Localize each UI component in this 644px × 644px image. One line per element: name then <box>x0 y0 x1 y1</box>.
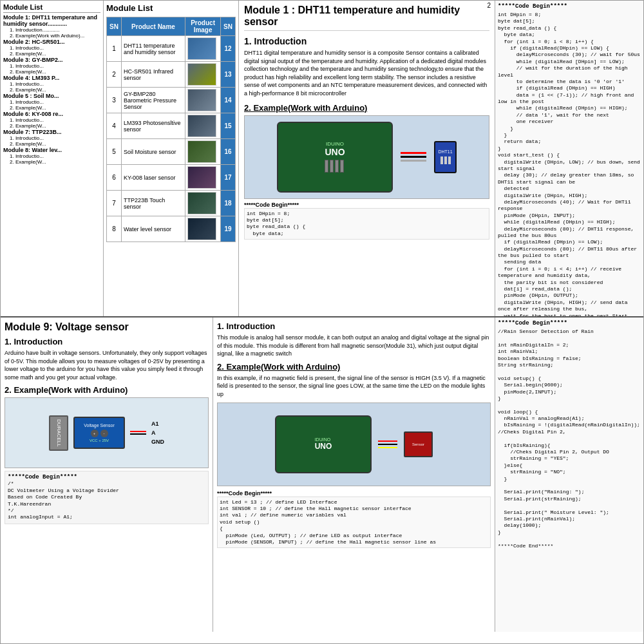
product-image-lm393 <box>187 115 216 137</box>
code-panel-content: int DHpin = 8; byte dat[5]; byte read_da… <box>498 12 641 316</box>
middle-intro-title: 1. Introduction <box>217 321 491 331</box>
code-panel-title: *****Code Begin***** <box>498 3 641 10</box>
row-product-name: KY-008 laser sensor <box>121 165 185 191</box>
hall-wires <box>378 440 397 448</box>
row-sn: 8 <box>107 216 122 242</box>
row-product-name: Water level sensor <box>121 216 185 242</box>
middle-example-title: 2. Example(Work with Arduino) <box>217 362 491 372</box>
hall-sensor-circuit-image: IDUINO UNO Sensor <box>217 402 491 486</box>
page-number: 2 <box>487 2 491 9</box>
sidebar-module-3: Module 3: GY-BMP2... 1. Introductio... 2… <box>3 57 100 75</box>
sidebar-module-2: Module 2: HC-SR501... 1. Introductio... … <box>3 39 100 57</box>
row-product-image <box>185 191 221 216</box>
main-content-top: 2 Module 1 : DHT11 temperature and humid… <box>239 1 495 316</box>
bottom-right-code: *****Code Begin***** //Rain Sensor Detec… <box>495 317 643 632</box>
row-product-name: TTP223B Touch sensor <box>121 191 185 216</box>
product-image-ttp <box>187 192 216 214</box>
row-product-image <box>185 139 221 165</box>
row-sn2: 13 <box>221 62 236 88</box>
sidebar-module-4: Module 4: LM393 P... 1. Introductio... 2… <box>3 75 100 93</box>
product-image-dht11 <box>187 37 216 60</box>
row-product-image <box>185 88 221 113</box>
bottom-code-title: *****Code Begin***** <box>8 474 205 480</box>
table-row: 1 DHT11 temperature and humidity sensor … <box>107 36 236 62</box>
row-sn: 3 <box>107 88 122 113</box>
bottom-right-code-title: *****Code Begin***** <box>498 320 641 327</box>
wire-gray <box>401 160 426 162</box>
intro-text: DHT11 digital temperature and humidity s… <box>244 49 489 98</box>
row-sn2: 18 <box>221 191 236 216</box>
voltage-labels: A1 A GND <box>151 421 164 445</box>
wire-connections <box>401 152 426 162</box>
bottom-right-code-content: //Rain Sensor Detection of Rain int nRai… <box>498 328 641 549</box>
row-sn2: 19 <box>221 216 236 242</box>
wire-black <box>401 156 426 158</box>
row-sn: 7 <box>107 191 122 216</box>
table-row: 6 KY-008 laser sensor 17 <box>107 165 236 191</box>
bottom-code-text: /* DC Voltmeter Using a Voltage Divider … <box>8 480 205 520</box>
col-header-product-image: Product Image <box>185 17 221 36</box>
code-begin-label: *****Code Begin***** <box>244 202 489 208</box>
product-image-bmp <box>187 89 216 111</box>
col-header-sn2: SN <box>221 17 236 36</box>
voltage-wires <box>130 431 146 435</box>
product-image-hcsr <box>187 63 216 86</box>
wire-red <box>401 152 426 154</box>
dht11-sensor: DHT11 <box>434 141 457 173</box>
row-sn2: 12 <box>221 36 236 62</box>
module1-heading: Module 1 : DHT11 temperature and humidit… <box>244 5 489 31</box>
middle-example-text: In this example, if no magnetic field is… <box>217 374 491 399</box>
sidebar-module-8: Module 8: Water lev... 1. Introductio...… <box>3 147 100 165</box>
table-row: 3 GY-BMP280 Barometric Pressure Sensor 1… <box>107 88 236 113</box>
middle-intro-text: This module is analog hall sensor module… <box>217 334 491 358</box>
sidebar-module-7: Module 7: TTP223B... 1. Introductio... 2… <box>3 129 100 147</box>
bottom-middle: 1. Introduction This module is analog ha… <box>213 317 495 632</box>
module9-title: Module 9: Voltage sensor <box>5 321 209 333</box>
row-product-image <box>185 36 221 62</box>
sidebar: Module List Module 1: DHT11 temperature … <box>1 1 104 316</box>
col-header-sn: SN <box>107 17 122 36</box>
row-sn: 1 <box>107 36 122 62</box>
bottom-intro-text: Arduino have built in voltage sensors. U… <box>5 349 209 381</box>
row-sn: 2 <box>107 62 122 88</box>
arduino-circuit-image: IDUINO UNO <box>244 115 489 199</box>
row-sn2: 14 <box>221 88 236 113</box>
bottom-example-title: 2. Example(Work with Arduino) <box>5 385 209 395</box>
battery: DURACELL <box>49 415 68 451</box>
module-table: SN Product Name Product Image SN 1 DHT11… <box>106 17 236 242</box>
row-product-image <box>185 165 221 191</box>
row-sn2: 17 <box>221 165 236 191</box>
code-begin-section: *****Code Begin***** int DHpin = 8; byte… <box>244 202 489 240</box>
module-list-container: Module List SN Product Name Product Imag… <box>104 1 239 316</box>
example-section-title: 2. Example(Work with Arduino) <box>244 103 489 113</box>
row-sn2: 15 <box>221 113 236 139</box>
col-header-product-name: Product Name <box>121 17 185 36</box>
bottom-left: Module 9: Voltage sensor 1. Introduction… <box>1 317 213 632</box>
voltage-board: Voltage Sensor + - VCC + 25V <box>73 417 125 449</box>
bottom-section: Module 9: Voltage sensor 1. Introduction… <box>1 316 643 632</box>
top-section: Module List Module 1: DHT11 temperature … <box>1 1 643 316</box>
row-sn2: 16 <box>221 139 236 165</box>
page-container: Module List Module 1: DHT11 temperature … <box>0 0 644 644</box>
product-image-ky008 <box>187 166 216 189</box>
row-product-name: GY-BMP280 Barometric Pressure Sensor <box>121 88 185 113</box>
product-image-soil <box>187 140 216 163</box>
row-product-name: HC-SR501 Infrared sensor <box>121 62 185 88</box>
voltage-circuit-image: DURACELL Voltage Sensor + - VCC + 25V <box>5 397 209 468</box>
row-product-image <box>185 113 221 139</box>
product-image-water <box>187 218 216 240</box>
row-product-image <box>185 62 221 88</box>
table-row: 4 LM393 Photosensltive sensor 15 <box>107 113 236 139</box>
table-row: 5 Soil Moisture sensor 16 <box>107 139 236 165</box>
intro-section-title: 1. Introduction <box>244 36 489 46</box>
sidebar-module-6: Module 6: KY-008 re... 1. Introductio...… <box>3 111 100 129</box>
table-row: 7 TTP223B Touch sensor 18 <box>107 191 236 216</box>
module-list-title: Module List <box>106 3 236 13</box>
code-snippet: int DHpin = 8; byte dat[5]; byte read_da… <box>244 208 489 240</box>
sidebar-module-5: Module 5 : Soil Mo... 1. Introductio... … <box>3 93 100 111</box>
circuit-diagram: IDUINO UNO <box>277 122 457 193</box>
row-sn: 6 <box>107 165 122 191</box>
code-panel-top: *****Code Begin***** int DHpin = 8; byte… <box>495 1 643 316</box>
hall-sensor-board: Sensor <box>404 431 433 457</box>
sidebar-title: Module List <box>3 3 100 13</box>
